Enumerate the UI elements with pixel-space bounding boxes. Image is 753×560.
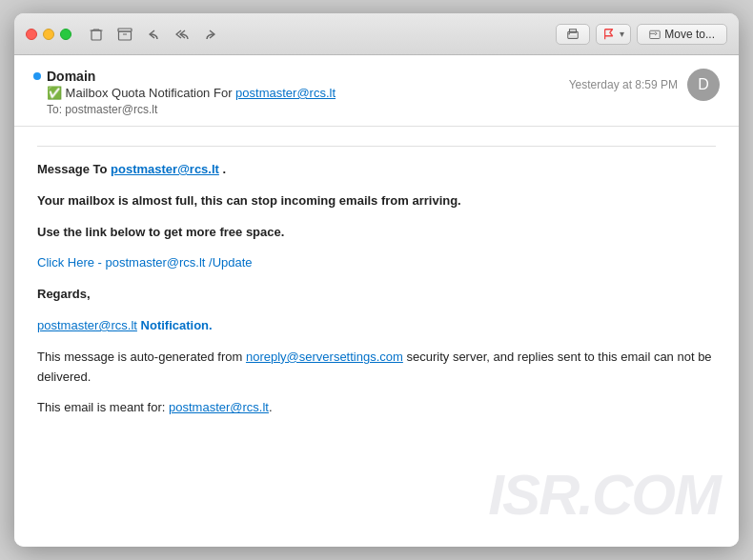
click-here-paragraph: Click Here - postmaster@rcs.lt /Update [37,253,716,273]
timestamp-avatar: Yesterday at 8:59 PM D [569,69,720,101]
email-timestamp: Yesterday at 8:59 PM [569,78,678,91]
footer-link[interactable]: noreply@serversettings.com [246,350,403,364]
body-line3: Use the link below to get more free spac… [37,223,716,243]
svg-point-11 [569,32,571,34]
titlebar: ▾ Move to... [14,13,739,55]
sender-avatar: D [687,69,720,101]
subject-link[interactable]: postmaster@rcs.lt [235,86,336,100]
svg-rect-0 [92,30,101,40]
moveto-icon [649,29,661,40]
archive-button[interactable] [112,23,138,46]
print-button[interactable] [556,24,590,45]
reply-icon [146,27,161,42]
close-button[interactable] [26,29,37,40]
click-here-link[interactable]: Click Here - postmaster@rcs.lt /Update [37,255,253,270]
checkmark-emoji: ✅ Mailbox Quota Notification For [47,86,235,100]
svg-rect-10 [570,34,577,37]
flag-button[interactable]: ▾ [596,24,631,45]
footer-line2-prefix: This email is meant for: [37,400,169,414]
body-divider [37,146,716,147]
toolbar-icons [83,23,224,46]
unread-indicator [33,72,41,80]
regards-link[interactable]: postmaster@rcs.lt [37,318,137,332]
minimize-button[interactable] [43,29,54,40]
flag-dropdown-arrow[interactable]: ▾ [620,29,624,39]
archive-icon [117,27,132,42]
to-label: To: [47,103,62,116]
toolbar-right: ▾ Move to... [556,24,727,45]
body-line2: Your mailbox is almost full, this can st… [37,191,716,211]
email-window: ▾ Move to... Domain ✅ Mailbox Quota Noti… [14,13,739,547]
footer-prefix: This message is auto-generated from [37,350,246,364]
forward-icon [203,27,218,42]
reply-all-button[interactable] [169,23,195,46]
forward-button[interactable] [197,23,224,46]
body-line1-prefix: Message To [37,162,111,176]
maximize-button[interactable] [60,29,71,40]
sender-info: Domain ✅ Mailbox Quota Notification For … [33,69,569,116]
regards-label: Regards, [37,285,716,305]
reply-button[interactable] [140,23,167,46]
reply-all-icon [174,27,190,42]
regards-section: Regards, postmaster@rcs.lt Notification. [37,285,716,336]
body-line1-link[interactable]: postmaster@rcs.lt [111,162,219,176]
traffic-lights [26,29,71,40]
moveto-label: Move to... [664,28,715,41]
email-body: Message To postmaster@rcs.lt . Your mail… [14,127,739,547]
subject-line: ✅ Mailbox Quota Notification For postmas… [47,86,569,100]
sender-name: Domain [47,69,95,84]
to-line: To: postmaster@rcs.lt [47,103,569,116]
print-icon [566,28,580,41]
flag-icon [602,28,616,41]
trash-icon [89,27,104,42]
moveto-button[interactable]: Move to... [637,24,727,45]
email-header: Domain ✅ Mailbox Quota Notification For … [14,55,739,127]
watermark: ISR.COM [488,462,720,528]
svg-rect-5 [119,31,132,40]
regards-line: postmaster@rcs.lt Notification. [37,316,716,336]
body-line1: Message To postmaster@rcs.lt . [37,160,716,180]
footer-line1: This message is auto-generated from nore… [37,348,716,388]
footer-line2-suffix: . [269,400,273,414]
footer-line2-link[interactable]: postmaster@rcs.lt [169,400,269,414]
notification-text: Notification. [137,318,213,332]
svg-rect-6 [118,29,132,31]
to-address: postmaster@rcs.lt [65,103,157,116]
body-line1-suffix: . [219,162,226,176]
footer-line2: This email is meant for: postmaster@rcs.… [37,398,716,418]
trash-button[interactable] [83,23,110,46]
